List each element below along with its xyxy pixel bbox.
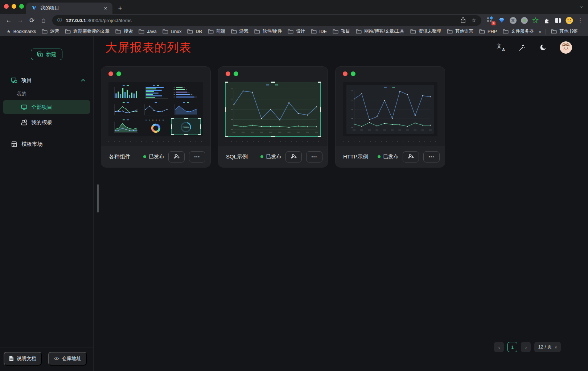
new-tab-button[interactable]: + [115, 4, 125, 13]
selection-handle[interactable] [225, 136, 228, 137]
card-thumbnail[interactable] [343, 82, 437, 136]
tab-close-icon[interactable]: × [102, 5, 109, 12]
bookmark-label: PHP [488, 29, 497, 34]
bookmark-folder[interactable]: 文件服务器 [500, 28, 537, 36]
profile-avatar-icon[interactable] [565, 16, 573, 24]
more-button[interactable]: ••• [306, 151, 322, 162]
selection-handle[interactable] [320, 107, 321, 112]
edit-button[interactable] [285, 151, 302, 162]
selection-handle[interactable] [271, 82, 275, 83]
project-card[interactable]: SQL示例 已发布 ••• [218, 66, 328, 168]
site-info-icon[interactable]: ⓘ [57, 17, 62, 24]
minimize-window-button[interactable] [12, 4, 16, 9]
bookmark-folder[interactable]: 前端 [205, 28, 228, 36]
bookmark-folder[interactable]: 运营 [39, 28, 62, 36]
browser-tab[interactable]: 我的项目 × [26, 3, 112, 14]
bookmark-folder[interactable]: 搜索 [112, 28, 136, 36]
selection-handle[interactable] [225, 107, 226, 112]
folder-icon [163, 29, 168, 34]
scrollbar-thumb[interactable] [97, 184, 99, 213]
sidebar-group-project[interactable]: 项目 [0, 72, 93, 88]
forward-button[interactable]: → [15, 15, 25, 25]
selection-handle[interactable] [318, 82, 321, 83]
bookmark-label: 其他语言 [455, 28, 473, 34]
card-footer: 各种组件 已发布 ••• [101, 146, 210, 167]
tab-search-icon[interactable]: ⌄ [579, 3, 584, 9]
sidebar-item-template-market[interactable]: 模板市场 [0, 135, 93, 153]
repo-button[interactable]: </> 仓库地址 [48, 352, 87, 366]
selection-handle[interactable] [198, 118, 201, 119]
bookmarks-overflow-icon[interactable]: » [536, 29, 543, 34]
dark-mode-moon-icon[interactable] [539, 44, 546, 51]
new-project-button[interactable]: 新建 [31, 49, 62, 60]
extension-grid-diamond-icon[interactable]: 9 [486, 16, 494, 24]
bookmark-folder[interactable]: 项目 [330, 28, 353, 36]
bookmark-label: 资讯未整理 [419, 28, 441, 34]
folder-icon [254, 29, 260, 34]
language-icon[interactable]: 文A [497, 44, 505, 51]
edit-button[interactable] [168, 151, 185, 162]
extension-gem-icon[interactable] [498, 16, 506, 24]
side-panel-icon[interactable] [554, 16, 562, 24]
bookmark-folder[interactable]: 设计 [285, 28, 308, 36]
bookmark-folder[interactable]: PHP [476, 28, 500, 36]
bookmark-star-icon[interactable]: ☆ [472, 17, 476, 24]
next-page-button[interactable]: › [521, 342, 531, 352]
selection-handle[interactable] [225, 82, 228, 83]
folder-icon [447, 29, 453, 34]
selection-handle[interactable] [171, 124, 172, 129]
current-page-button[interactable]: 1 [507, 342, 517, 352]
sidebar-item-my-templates[interactable]: 我的模板 [3, 115, 90, 129]
selection-handle[interactable] [184, 118, 188, 119]
back-button[interactable]: ← [4, 15, 14, 25]
project-card[interactable]: HTTP示例 已发布 ••• [335, 66, 445, 168]
bookmark-folder[interactable]: 其他语言 [444, 28, 476, 36]
bookmark-folder[interactable]: 网站/博客/文章/工具 [353, 28, 407, 36]
more-button[interactable]: ••• [423, 151, 440, 162]
sidebar-item-all-projects[interactable]: 全部项目 [3, 100, 90, 114]
prev-page-button[interactable]: ‹ [494, 342, 504, 352]
selection-handle[interactable] [271, 136, 275, 137]
selection-handle[interactable] [171, 134, 174, 135]
project-cards: 25.00% 各种组件 已发布 ••• SQL示例 已 [94, 59, 588, 168]
page-size-select[interactable]: 12 / 页 ∨ [534, 342, 561, 352]
home-button[interactable]: ⌂ [38, 15, 49, 25]
other-bookmarks-folder[interactable]: 其他书签 [548, 28, 580, 36]
extension-command-icon[interactable]: ⌘ [509, 16, 517, 24]
tab-strip: 我的项目 × + ⌄ [0, 0, 588, 14]
bookmark-folder[interactable]: Java [136, 28, 159, 36]
bookmark-folder[interactable]: 游戏 [228, 28, 251, 36]
extension-star-icon[interactable] [531, 16, 539, 24]
browser-menu-icon[interactable]: ⋮ [575, 17, 585, 24]
status-dot-icon [260, 155, 263, 158]
extensions-puzzle-icon[interactable] [543, 16, 551, 24]
bookmark-folder[interactable]: Linux [160, 28, 185, 36]
selection-handle[interactable] [200, 124, 201, 129]
bookmark-folder[interactable]: 软件/硬件 [251, 28, 285, 36]
close-window-button[interactable] [4, 4, 9, 9]
card-thumbnail[interactable]: 25.00% [108, 82, 203, 136]
selection-handle[interactable] [318, 136, 321, 137]
bookmark-folder[interactable]: 近期需要读的文章 [62, 28, 112, 36]
extension-record-icon[interactable] [520, 16, 528, 24]
selection-handle[interactable] [184, 134, 188, 135]
project-card[interactable]: 25.00% 各种组件 已发布 ••• [101, 66, 211, 168]
user-avatar[interactable] [560, 41, 572, 54]
bookmark-folder[interactable]: IDE [308, 28, 330, 36]
magic-wand-icon[interactable] [518, 44, 526, 51]
zoom-window-button[interactable] [19, 4, 24, 9]
docs-button[interactable]: 说明文档 [4, 352, 42, 366]
app-page: 新建 项目 我的 全部项目 我的模板 模板市场 [0, 36, 588, 371]
more-button[interactable]: ••• [189, 151, 205, 162]
address-bar[interactable]: ⓘ 127.0.0.1:3000/#/project/items ☆ [52, 15, 481, 26]
bookmark-folder[interactable]: DB [184, 28, 205, 36]
reload-button[interactable]: ⟳ [27, 15, 37, 25]
selection-handle[interactable] [171, 118, 174, 119]
selection-handle[interactable] [198, 134, 201, 135]
ellipsis-icon: ••• [311, 154, 317, 159]
edit-button[interactable] [403, 151, 419, 162]
bookmarks-root[interactable]: ★ Bookmarks [4, 28, 39, 36]
share-icon[interactable] [460, 17, 466, 23]
card-thumbnail[interactable] [226, 82, 320, 136]
bookmark-folder[interactable]: 资讯未整理 [407, 28, 444, 36]
